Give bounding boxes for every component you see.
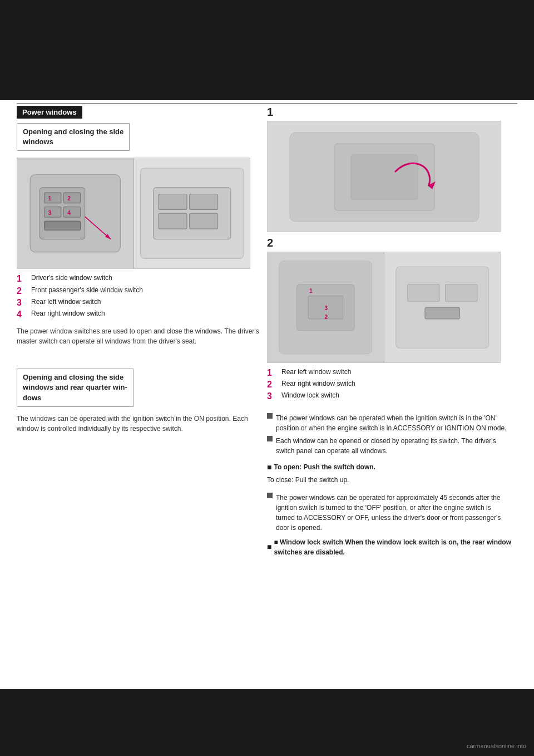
- right-column: 1 2: [267, 106, 512, 559]
- page: Power windows Opening and closing the si…: [0, 0, 534, 756]
- right-numbered-item-1: 1 Rear left window switch: [267, 367, 512, 378]
- rear-switch-closeup-svg: [384, 252, 501, 362]
- bullet-marker-2: [267, 436, 273, 441]
- svg-rect-5: [44, 207, 61, 218]
- svg-rect-37: [424, 307, 459, 319]
- note2-text: To close: Pull the switch up.: [267, 475, 512, 485]
- window-lock-header: ■ ■ Window lock switch When the window l…: [267, 537, 512, 557]
- svg-rect-7: [44, 221, 81, 230]
- subsection1-header: Opening and closing the side windows: [17, 123, 130, 151]
- bullet-item-1: The power windows can be operated when t…: [267, 413, 512, 433]
- svg-text:2: 2: [324, 314, 328, 320]
- numbered-item-3: 3 Rear left window switch: [17, 297, 261, 308]
- diagram-panel-left: 1 2 3 4: [17, 158, 134, 268]
- svg-rect-17: [159, 194, 187, 210]
- svg-rect-35: [407, 284, 439, 301]
- image-label-1: 1: [267, 106, 512, 119]
- svg-rect-18: [189, 194, 217, 210]
- bullet-marker-1: [267, 413, 273, 419]
- note-text: ■ To open: Push the switch down. To clos…: [267, 462, 512, 485]
- svg-text:4: 4: [67, 210, 71, 216]
- svg-rect-24: [351, 155, 418, 199]
- svg-text:2: 2: [67, 195, 71, 202]
- right-diagram-panel-right: [384, 252, 501, 362]
- window-lock-marker: ■: [267, 541, 271, 553]
- rear-seat-svg: 1 3 2: [268, 252, 384, 362]
- bottom-paragraph: The power windows can be operated for ap…: [267, 493, 512, 557]
- bottom-decorative-bar: [0, 689, 534, 756]
- svg-rect-4: [63, 193, 80, 203]
- right-bottom-diagram: 1 3 2: [267, 252, 501, 363]
- left-column: Power windows Opening and closing the si…: [17, 106, 261, 437]
- subsection2-header: Opening and closing the side windows and…: [17, 369, 134, 407]
- note-header: ■ To open: Push the switch down.: [267, 462, 512, 473]
- watermark: carmanualsonline.info: [464, 742, 528, 750]
- svg-text:1: 1: [309, 288, 313, 294]
- bullet-item-2: Each window can be opened or closed by o…: [267, 436, 512, 456]
- window-lock-section: ■ ■ Window lock switch When the window l…: [267, 537, 512, 557]
- switch-closeup-svg: [134, 158, 250, 268]
- right-top-svg: [268, 121, 501, 232]
- right-top-diagram: [267, 121, 501, 232]
- numbered-item-1: 1 Driver's side window switch: [17, 273, 261, 284]
- svg-text:1: 1: [48, 195, 52, 202]
- svg-text:3: 3: [48, 210, 52, 216]
- right-numbered-item-3: 3 Window lock switch: [267, 391, 512, 401]
- numbered-item-4: 4 Rear right window switch: [17, 309, 261, 320]
- right-numbered-item-2: 2 Rear right window switch: [267, 379, 512, 390]
- top-decorative-bar: [0, 0, 534, 100]
- numbered-item-2: 2 Front passenger's side window switch: [17, 286, 261, 296]
- bottom-bullet: The power windows can be operated for ap…: [267, 493, 512, 533]
- section-divider: [17, 103, 517, 104]
- window-switch-diagram-svg: 1 2 3 4: [17, 158, 134, 268]
- svg-text:3: 3: [324, 305, 328, 311]
- image-label-2: 2: [267, 237, 512, 249]
- right-diagram-panel-left: 1 3 2: [268, 252, 384, 362]
- svg-rect-36: [445, 284, 477, 301]
- note-marker: ■: [267, 462, 271, 473]
- bottom-bullet-marker: [267, 493, 273, 498]
- section-header: Power windows: [17, 106, 82, 119]
- left-text-para: The power window switches are used to op…: [17, 326, 261, 346]
- left-numbered-items: 1 Driver's side window switch 2 Front pa…: [17, 273, 261, 320]
- svg-rect-20: [189, 213, 217, 229]
- svg-rect-19: [159, 213, 187, 229]
- svg-rect-3: [44, 193, 61, 203]
- subsection2-text: The windows can be operated with the ign…: [17, 414, 261, 434]
- diagram-panel-right: [134, 158, 250, 268]
- left-diagram: 1 2 3 4: [17, 158, 250, 269]
- subsection2-container: Opening and closing the side windows and…: [17, 369, 261, 414]
- right-text-area: The power windows can be operated when t…: [267, 413, 512, 557]
- right-numbered-items: 1 Rear left window switch 2 Rear right w…: [267, 367, 512, 402]
- svg-rect-6: [63, 207, 80, 218]
